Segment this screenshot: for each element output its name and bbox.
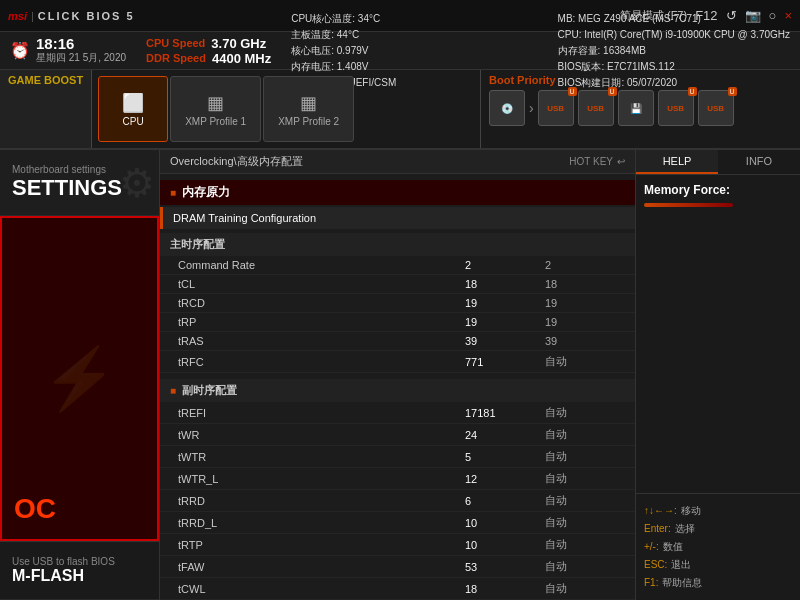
secondary-row-val1-2: 5 [465, 451, 545, 463]
boot-device-0[interactable]: 💿 [489, 90, 525, 126]
secondary-row-6[interactable]: tRTP 10 自动 [160, 534, 635, 556]
help-title: Memory Force: [644, 183, 792, 197]
secondary-row-val2-7: 自动 [545, 559, 625, 574]
ddr-speed-label: DDR Speed [146, 52, 206, 64]
secondary-row-val2-8: 自动 [545, 581, 625, 596]
speed-info: CPU Speed 3.70 GHz DDR Speed 4400 MHz [146, 36, 271, 66]
boot-device-5[interactable]: USB U [698, 90, 734, 126]
key-hint-f1: F1: [644, 574, 658, 592]
primary-timing-header: 主时序配置 [160, 233, 635, 256]
secondary-row-val1-0: 17181 [465, 407, 545, 419]
breadcrumb: Overclocking\高级内存配置 [170, 154, 303, 169]
secondary-row-name-1: tWR [170, 429, 465, 441]
secondary-row-val1-3: 12 [465, 473, 545, 485]
boot-arrow-0: › [529, 100, 534, 116]
profile-tab-xmp2[interactable]: ▦ XMP Profile 2 [263, 76, 354, 142]
memory-force-label: 内存原力 [182, 184, 230, 201]
secondary-row-3[interactable]: tWTR_L 12 自动 [160, 468, 635, 490]
secondary-timing-header: ■ 副时序配置 [160, 379, 635, 402]
key-hint-esc: ESC: [644, 556, 667, 574]
secondary-row-val2-3: 自动 [545, 471, 625, 486]
secondary-row-7[interactable]: tFAW 53 自动 [160, 556, 635, 578]
game-boost-label: GAME BOOST [0, 70, 92, 148]
secondary-row-1[interactable]: tWR 24 自动 [160, 424, 635, 446]
secondary-row-2[interactable]: tWTR 5 自动 [160, 446, 635, 468]
secondary-row-val2-5: 自动 [545, 515, 625, 530]
profile-tabs: ⬜ CPU ▦ XMP Profile 1 ▦ XMP Profile 2 [92, 70, 480, 148]
primary-row-name-1: tCL [170, 278, 465, 290]
boot-device-4[interactable]: USB U [658, 90, 694, 126]
logo-area: msi | CLICK BIOS 5 [8, 10, 135, 22]
mb-info: MB: MEG Z490 ACE (MS-7C71) [558, 11, 790, 27]
secondary-row-5[interactable]: tRRD_L 10 自动 [160, 512, 635, 534]
profile-tab-cpu[interactable]: ⬜ CPU [98, 76, 168, 142]
key-plusminus: +/-: 数值 [644, 538, 792, 556]
right-panel-footer: ↑↓←→: 移动 Enter: 选择 +/-: 数值 ESC: 退出 F1: 帮… [636, 493, 800, 600]
sidebar-item-oc[interactable]: ⚡ OC [0, 216, 159, 541]
tab-help[interactable]: HELP [636, 150, 718, 174]
key-enter-label: 选择 [675, 520, 695, 538]
breadcrumb-bar: Overclocking\高级内存配置 HOT KEY ↩ [160, 150, 635, 174]
sidebar-item-mflash[interactable]: Use USB to flash BIOS M-FLASH [0, 541, 159, 600]
primary-row-4[interactable]: tRAS 39 39 [160, 332, 635, 351]
boot-device-1[interactable]: USB U [538, 90, 574, 126]
primary-row-1[interactable]: tCL 18 18 [160, 275, 635, 294]
xmp1-tab-icon: ▦ [207, 92, 224, 114]
boot-priority-label: Boot Priority [489, 74, 792, 86]
secondary-row-name-8: tCWL [170, 583, 465, 595]
usb-badge-2: U [608, 87, 617, 96]
usb-badge-4: U [688, 87, 697, 96]
mflash-title: Use USB to flash BIOS [12, 556, 147, 567]
profile-tab-xmp1[interactable]: ▦ XMP Profile 1 [170, 76, 261, 142]
boot-device-icon-0: 💿 [501, 103, 513, 114]
right-panel: HELP INFO Memory Force: ↑↓←→: 移动 Enter: … [635, 150, 800, 600]
primary-row-val2-5: 自动 [545, 354, 625, 369]
clock: 18:16 星期四 21 5月, 2020 [36, 36, 126, 65]
key-plusminus-label: 数值 [663, 538, 683, 556]
key-hint-enter: Enter: [644, 520, 671, 538]
mem-info: 内存容量: 16384MB [558, 43, 790, 59]
oc-main: OC [14, 493, 56, 525]
cpu-vcore: 核心电压: 0.979V [291, 43, 537, 59]
hotkey-label: HOT KEY [569, 156, 613, 167]
primary-row-0[interactable]: Command Rate 2 2 [160, 256, 635, 275]
game-boost-bar: GAME BOOST ⬜ CPU ▦ XMP Profile 1 ▦ XMP P… [0, 70, 800, 150]
cpu-temp: CPU核心温度: 34°C [291, 11, 537, 27]
primary-row-3[interactable]: tRP 19 19 [160, 313, 635, 332]
tab-info[interactable]: INFO [718, 150, 800, 174]
main-layout: Motherboard settings SETTINGS ⚙ ⚡ OC Use… [0, 150, 800, 600]
boot-device-icon-2: USB [587, 104, 604, 113]
primary-row-val2-4: 39 [545, 335, 625, 347]
primary-row-5[interactable]: tRFC 771 自动 [160, 351, 635, 373]
boot-device-icon-3: 💾 [630, 103, 642, 114]
key-hint-move: ↑↓←→: [644, 502, 677, 520]
secondary-row-val2-0: 自动 [545, 405, 625, 420]
right-panel-content: Memory Force: [636, 175, 800, 493]
secondary-row-val1-4: 6 [465, 495, 545, 507]
secondary-row-8[interactable]: tCWL 18 自动 [160, 578, 635, 600]
dram-training-item[interactable]: DRAM Training Configuration [160, 207, 635, 229]
sidebar-item-settings[interactable]: Motherboard settings SETTINGS ⚙ [0, 150, 159, 216]
boot-device-3[interactable]: 💾 [618, 90, 654, 126]
boot-device-icon-5: USB [707, 104, 724, 113]
secondary-row-4[interactable]: tRRD 6 自动 [160, 490, 635, 512]
usb-badge-5: U [728, 87, 737, 96]
mb-temp: 主板温度: 44°C [291, 27, 537, 43]
primary-row-2[interactable]: tRCD 19 19 [160, 294, 635, 313]
cpu-speed-label: CPU Speed [146, 37, 205, 49]
hotkey-icon[interactable]: ↩ [617, 156, 625, 167]
oc-bg: ⚡ [2, 218, 157, 539]
boot-device-2[interactable]: USB U [578, 90, 614, 126]
mflash-main: M-FLASH [12, 567, 147, 585]
cpu-info: CPU: Intel(R) Core(TM) i9-10900K CPU @ 3… [558, 27, 790, 43]
primary-row-val1-4: 39 [465, 335, 545, 347]
boot-priority: Boot Priority 💿 › USB U USB U 💾 USB U [480, 70, 800, 148]
secondary-timing-label: 副时序配置 [182, 383, 237, 398]
secondary-row-val2-4: 自动 [545, 493, 625, 508]
key-esc: ESC: 退出 [644, 556, 792, 574]
left-sidebar: Motherboard settings SETTINGS ⚙ ⚡ OC Use… [0, 150, 160, 600]
secondary-row-val1-1: 24 [465, 429, 545, 441]
secondary-row-name-2: tWTR [170, 451, 465, 463]
secondary-row-0[interactable]: tREFI 17181 自动 [160, 402, 635, 424]
memory-force-section[interactable]: ■ 内存原力 [160, 180, 635, 205]
